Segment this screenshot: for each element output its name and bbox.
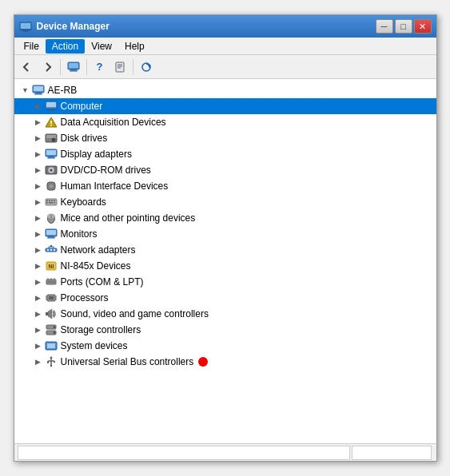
dvd-icon [45,164,58,177]
tree-node-storage[interactable]: ▶ Storage controllers [14,322,436,338]
network-icon [45,244,58,256]
maximize-button[interactable]: □ [395,19,412,34]
toolbar: ? [14,55,436,79]
processors-icon [45,292,58,304]
svg-point-65 [53,281,54,283]
menu-view[interactable]: View [85,39,118,54]
svg-rect-14 [34,86,43,91]
expand-icon-dvd: ▶ [32,164,45,177]
svg-rect-18 [46,102,56,107]
ni845x-label: NI-845x Devices [61,260,131,272]
root-label: AE-RB [48,85,78,96]
svg-point-90 [50,365,51,367]
computer-node-icon [32,84,45,97]
tree-node-root[interactable]: ▼ AE-RB [14,82,436,98]
svg-rect-40 [51,200,53,202]
expand-icon-computer: ▶ [32,100,45,113]
svg-text:NI: NI [48,264,54,269]
monitors-label: Monitors [61,228,98,240]
tree-node-processors[interactable]: ▶ Processors [14,290,436,306]
help-button[interactable]: ? [90,58,110,77]
menu-file[interactable]: File [18,39,46,54]
svg-rect-15 [35,93,42,94]
expand-icon-sound: ▶ [32,307,45,320]
svg-rect-42 [46,202,48,204]
svg-rect-29 [46,150,56,155]
tree-node-dvd[interactable]: ▶ DVD/CD-ROM drives [14,162,436,178]
usb-label: Universal Serial Bus controllers [61,356,194,367]
svg-rect-30 [48,157,54,158]
svg-rect-31 [47,158,55,159]
expand-icon-ni845x: ▶ [32,260,45,272]
daq-icon [45,116,58,129]
tree-node-system[interactable]: ▶ System devices [14,338,436,354]
svg-rect-6 [70,69,77,71]
svg-rect-43 [49,202,53,204]
expand-icon-processors: ▶ [32,292,45,304]
svg-rect-50 [48,236,54,238]
tree-node-mice[interactable]: ▶ Mice and other pointing devices [14,210,436,226]
svg-rect-20 [47,110,55,111]
processors-label: Processors [61,292,109,303]
svg-rect-16 [34,94,42,95]
tree-node-ports[interactable]: ▶ Ports (COM & LPT) [14,274,436,290]
dvd-label: DVD/CD-ROM drives [61,165,151,176]
expand-icon-root: ▼ [19,84,32,97]
tree-node-monitors[interactable]: ▶ Monitors [14,226,436,242]
forward-button[interactable] [38,58,57,77]
ports-label: Ports (COM & LPT) [61,276,144,288]
tree-node-computer[interactable]: ▶ Computer [14,98,436,114]
svg-rect-84 [47,343,55,348]
svg-rect-1 [21,23,30,29]
svg-rect-38 [46,200,48,202]
tree-node-sound[interactable]: ▶ Sound, video and game controllers [14,306,436,322]
system-icon [45,339,58,352]
properties-button[interactable] [110,58,129,77]
tree-node-keyboard[interactable]: ▶ Keyboards [14,194,436,210]
menu-help[interactable]: Help [118,39,151,54]
keyboard-icon [45,196,58,208]
update-icon [141,61,152,73]
svg-rect-3 [23,30,28,32]
keyboard-label: Keyboards [61,196,106,208]
properties-icon [114,61,125,73]
back-button[interactable] [18,58,37,77]
toolbar-separator-3 [133,59,133,75]
svg-rect-7 [70,70,78,71]
svg-rect-44 [54,202,55,204]
svg-rect-77 [46,312,48,315]
svg-rect-41 [54,200,55,202]
tree-node-disk[interactable]: ▶ Disk drives [14,130,436,146]
computer-view-button[interactable] [64,58,83,77]
minimize-button[interactable]: ─ [376,19,393,34]
tree-node-hid[interactable]: ▶ Human Interface Devices [14,178,436,194]
tree-node-daq[interactable]: ▶ Data Acquisition Devices [14,114,436,130]
system-label: System devices [61,340,128,351]
tree-node-usb[interactable]: ▶ Universal Serial Bus controllers [14,354,436,370]
svg-rect-49 [46,230,56,235]
toolbar-separator-1 [60,59,61,75]
svg-point-82 [53,331,54,333]
svg-point-81 [53,326,54,327]
svg-point-53 [46,249,48,251]
svg-point-34 [50,169,52,172]
svg-rect-19 [48,109,54,110]
close-button[interactable]: ✕ [414,19,432,34]
ni845x-icon: NI [45,260,58,272]
svg-point-55 [53,249,54,251]
update-button[interactable] [137,58,156,77]
hid-icon [45,180,58,192]
tree-node-display[interactable]: ▶ Display adapters [14,146,436,162]
window-title: Device Manager [37,21,376,32]
svg-point-85 [50,357,52,359]
tree-node-ni845x[interactable]: ▶ NI NI-845x Devices [14,258,436,274]
storage-icon [45,323,58,336]
toolbar-separator-2 [86,59,87,75]
expand-icon-keyboard: ▶ [32,196,45,208]
device-tree[interactable]: ▼ AE-RB ▶ [14,79,436,443]
menu-action[interactable]: Action [46,39,85,54]
computer-label: Computer [61,101,103,112]
tree-node-network[interactable]: ▶ Network adapters [14,242,436,258]
menu-bar: File Action View Help [14,38,436,55]
computer-view-icon [67,61,80,73]
